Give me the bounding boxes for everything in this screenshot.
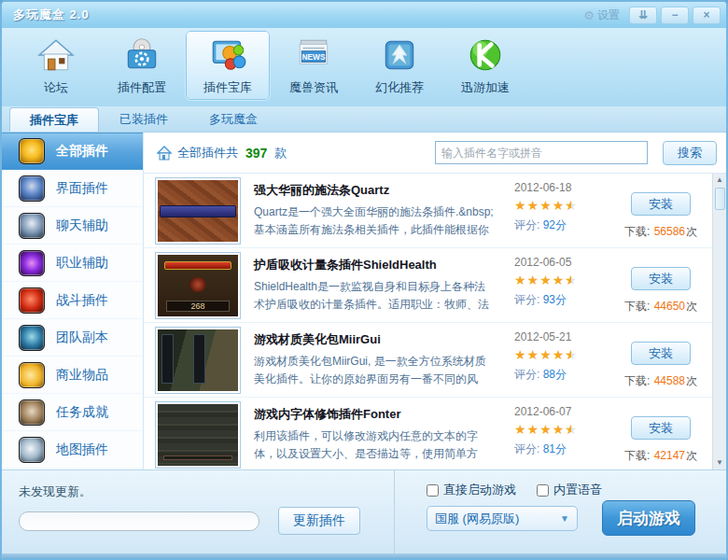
plugin-title[interactable]: 游戏材质美化包MiirGui [254, 331, 501, 348]
sidebar-item-label: 地图插件 [56, 441, 108, 458]
sidebar-item-class-helper[interactable]: 职业辅助 [2, 245, 143, 282]
plugin-row-shieldhealth: 268 护盾吸收计量条插件ShieldHealth ShieldHealth是一… [144, 248, 712, 323]
speedup-globe-icon [465, 35, 506, 76]
plugin-thumbnail[interactable] [155, 401, 241, 469]
text-line-preview [163, 455, 232, 460]
search-input[interactable] [435, 141, 648, 164]
close-icon: × [703, 8, 709, 21]
ui-panel-preview [193, 334, 205, 384]
install-button[interactable]: 安装 [631, 267, 691, 290]
minimize-icon: − [671, 8, 678, 21]
toolbar-label: 插件宝库 [203, 79, 252, 96]
sidebar-item-raid-dungeon[interactable]: 团队副本 [2, 319, 143, 357]
minimize-button[interactable]: − [661, 7, 689, 24]
collapse-button[interactable]: ⇊ [629, 7, 657, 24]
scroll-up-icon[interactable]: ▲ [716, 175, 723, 185]
window-title: 多玩魔盒 2.0 [13, 7, 578, 23]
server-select[interactable]: 国服 (网易原版) ▼ [427, 506, 578, 531]
settings-button[interactable]: ⚙ 设置 [578, 6, 625, 25]
tab-installed-plugins[interactable]: 已装插件 [99, 107, 189, 132]
plugin-date: 2012-05-21 [514, 330, 608, 343]
transmog-shield-icon [379, 35, 420, 76]
download-count: 下载: 44650次 [624, 299, 697, 315]
commerce-items-icon [19, 362, 45, 388]
count-suffix: 款 [274, 145, 287, 161]
plugin-title[interactable]: 强大华丽的施法条Quartz [254, 182, 501, 199]
plugin-description: 游戏材质美化包MiirGui, 是一款全方位系统材质美化插件。让你的原始界面另有… [254, 353, 501, 388]
tab-strip: 插件宝库 已装插件 多玩魔盒 [2, 106, 726, 133]
category-sidebar: 全部插件 界面插件 聊天辅助 职业辅助 战斗插件 团队副本 [2, 133, 144, 469]
voice-checkbox[interactable] [537, 484, 549, 497]
ui-panel-preview [161, 334, 174, 384]
search-button[interactable]: 搜索 [663, 141, 717, 165]
tab-plugin-library[interactable]: 插件宝库 [9, 107, 99, 132]
collapse-icon: ⇊ [638, 8, 648, 21]
plugin-description: Quartz是一个强大全面华丽的施法条插件.&nbsp;基本涵盖所有施法条相关插… [254, 203, 501, 239]
sidebar-item-label: 任务成就 [56, 404, 108, 421]
toolbar-item-speedup[interactable]: 迅游加速 [442, 30, 528, 101]
plugin-description: ShieldHealth是一款监视自身和目标身上各种法术护盾吸收的计量条插件。适… [254, 278, 501, 314]
plugin-score: 评分: 88分 [514, 367, 608, 383]
sidebar-item-all-plugins[interactable]: 全部插件 [2, 133, 143, 170]
install-button[interactable]: 安装 [631, 342, 691, 365]
toolbar-label: 插件配置 [118, 79, 166, 96]
healthbar-preview [164, 261, 231, 270]
autostart-checkbox-label[interactable]: 直接启动游戏 [427, 482, 516, 498]
sidebar-item-chat-helper[interactable]: 聊天辅助 [2, 207, 143, 245]
chevron-down-icon: ▼ [560, 513, 569, 524]
star-rating: ★★★★★★ [514, 199, 608, 213]
update-status-text: 未发现更新。 [19, 483, 394, 500]
plugin-content: 全部插件共 397 款 搜索 强大华丽的施法条Quartz Quartz是一 [144, 133, 726, 469]
sidebar-item-combat-plugins[interactable]: 战斗插件 [2, 282, 143, 319]
plugin-thumbnail[interactable] [155, 327, 241, 394]
close-button[interactable]: × [693, 7, 721, 24]
main-area: 全部插件 界面插件 聊天辅助 职业辅助 战斗插件 团队副本 [2, 133, 726, 469]
download-count: 下载: 42147次 [624, 448, 697, 464]
quest-achievement-icon [19, 399, 45, 426]
update-plugins-button[interactable]: 更新插件 [278, 507, 360, 535]
plugin-description: 利用该插件，可以修改游戏内任意的文本的字体，以及设置大小、是否描边等，使用简单方… [254, 427, 501, 463]
title-bar: 多玩魔盒 2.0 ⚙ 设置 ⇊ − × [2, 2, 726, 28]
svg-text:NEWS: NEWS [301, 52, 326, 62]
toolbar-item-forum[interactable]: 论坛 [13, 30, 99, 101]
install-button[interactable]: 安装 [631, 416, 691, 440]
gear-icon: ⚙ [583, 8, 595, 22]
download-count: 下载: 56586次 [624, 224, 697, 240]
plugin-thumbnail[interactable]: 268 [155, 252, 241, 319]
voice-checkbox-label[interactable]: 内置语音 [537, 482, 602, 498]
scroll-down-icon[interactable]: ▼ [716, 458, 723, 468]
sidebar-item-map-plugins[interactable]: 地图插件 [2, 431, 143, 469]
home-small-icon [157, 146, 172, 161]
plugin-score: 评分: 81分 [514, 441, 608, 457]
star-rating: ★★★★★★ [514, 348, 608, 362]
plugin-title[interactable]: 护盾吸收计量条插件ShieldHealth [254, 257, 501, 273]
all-plugins-icon [19, 138, 45, 164]
class-helper-icon [19, 250, 45, 276]
combat-plugins-icon [19, 287, 45, 314]
plugin-row-quartz: 强大华丽的施法条Quartz Quartz是一个强大全面华丽的施法条插件.&nb… [144, 174, 712, 248]
settings-label: 设置 [597, 7, 620, 23]
sidebar-item-ui-plugins[interactable]: 界面插件 [2, 170, 143, 207]
toolbar-item-plugin-config[interactable]: 插件配置 [99, 30, 185, 101]
sidebar-item-label: 全部插件 [56, 143, 108, 160]
toolbar-item-transmog[interactable]: 幻化推荐 [357, 30, 442, 101]
tab-duowan-box[interactable]: 多玩魔盒 [189, 107, 278, 132]
scrollbar-thumb[interactable] [715, 188, 725, 210]
install-button[interactable]: 安装 [631, 192, 691, 216]
sidebar-item-label: 界面插件 [56, 180, 108, 197]
autostart-checkbox[interactable] [427, 484, 439, 497]
list-scrollbar[interactable]: ▲ ▼ [712, 174, 726, 469]
plugin-thumbnail[interactable] [155, 177, 241, 245]
star-rating: ★★★★★★ [514, 273, 608, 287]
launch-game-button[interactable]: 启动游戏 [602, 500, 695, 536]
sidebar-item-quest-achievement[interactable]: 任务成就 [2, 394, 143, 431]
toolbar-item-wow-news[interactable]: NEWS 魔兽资讯 [271, 30, 357, 101]
toolbar-item-plugin-library[interactable]: 插件宝库 [185, 30, 271, 101]
tab-label: 多玩魔盒 [209, 111, 258, 128]
plugin-title[interactable]: 游戏内字体修饰插件Fonter [254, 406, 501, 423]
toolbar-label: 迅游加速 [461, 79, 510, 96]
update-progress-bar [19, 511, 259, 531]
plugin-score: 评分: 93分 [514, 292, 608, 308]
sidebar-item-commerce-items[interactable]: 商业物品 [2, 357, 143, 394]
plugin-row-fonter: 游戏内字体修饰插件Fonter 利用该插件，可以修改游戏内任意的文本的字体，以及… [144, 398, 712, 469]
